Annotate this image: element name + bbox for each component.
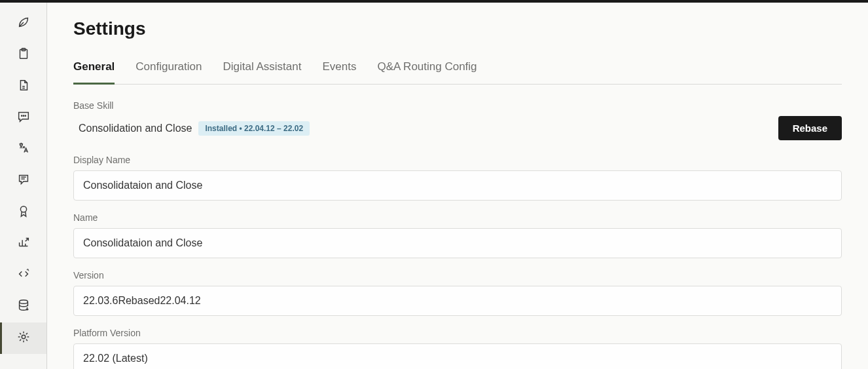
sidebar-item-translate[interactable] (0, 134, 46, 165)
tab-general[interactable]: General (73, 55, 115, 85)
display-name-input[interactable] (73, 170, 842, 201)
name-label: Name (73, 212, 842, 223)
platform-version-input[interactable] (73, 343, 842, 369)
leaf-icon (16, 15, 31, 32)
base-skill-badge: Installed • 22.04.12 – 22.02 (198, 121, 310, 136)
display-name-label: Display Name (73, 155, 842, 165)
sidebar-item-leaf[interactable] (0, 8, 46, 39)
translate-icon (16, 141, 31, 158)
sidebar-item-ribbon[interactable] (0, 197, 46, 228)
name-input[interactable] (73, 228, 842, 258)
sidebar-item-chart[interactable] (0, 228, 46, 260)
main-content: Settings General Configuration Digital A… (47, 3, 868, 369)
database-icon (16, 298, 31, 315)
sidebar-item-settings[interactable] (0, 322, 46, 354)
tab-digital-assistant[interactable]: Digital Assistant (223, 55, 301, 84)
base-skill-info: Consolidation and Close Installed • 22.0… (73, 121, 310, 136)
svg-point-3 (23, 115, 24, 116)
svg-point-5 (20, 206, 26, 212)
sidebar-item-chat[interactable] (0, 102, 46, 134)
svg-point-6 (19, 300, 27, 304)
dialog-icon (16, 172, 31, 189)
chart-icon (16, 235, 31, 252)
tab-configuration[interactable]: Configuration (136, 55, 202, 84)
sidebar-item-database[interactable] (0, 291, 46, 322)
clipboard-icon (16, 47, 31, 64)
version-input[interactable] (73, 286, 842, 316)
sidebar-item-file[interactable] (0, 71, 46, 102)
code-icon (16, 267, 31, 284)
base-skill-label: Base Skill (73, 100, 842, 111)
svg-point-4 (25, 115, 26, 116)
sidebar-item-code[interactable] (0, 260, 46, 291)
tab-events[interactable]: Events (322, 55, 356, 84)
base-skill-row: Consolidation and Close Installed • 22.0… (73, 116, 842, 140)
name-group: Name (73, 212, 842, 258)
chat-icon (16, 109, 31, 126)
display-name-group: Display Name (73, 155, 842, 201)
tabs: General Configuration Digital Assistant … (73, 55, 842, 85)
tab-qa-routing[interactable]: Q&A Routing Config (377, 55, 477, 84)
ribbon-icon (16, 204, 31, 221)
version-group: Version (73, 270, 842, 316)
platform-version-label: Platform Version (73, 328, 842, 338)
rebase-button[interactable]: Rebase (778, 116, 842, 140)
svg-point-2 (21, 115, 22, 116)
svg-point-7 (22, 335, 26, 339)
base-skill-name: Consolidation and Close (73, 123, 192, 134)
file-icon (16, 78, 31, 95)
sidebar-item-clipboard[interactable] (0, 39, 46, 71)
version-label: Version (73, 270, 842, 281)
sidebar (0, 3, 47, 369)
platform-version-group: Platform Version (73, 328, 842, 369)
sidebar-item-dialog[interactable] (0, 165, 46, 197)
page-title: Settings (73, 18, 842, 39)
settings-icon (16, 330, 31, 347)
